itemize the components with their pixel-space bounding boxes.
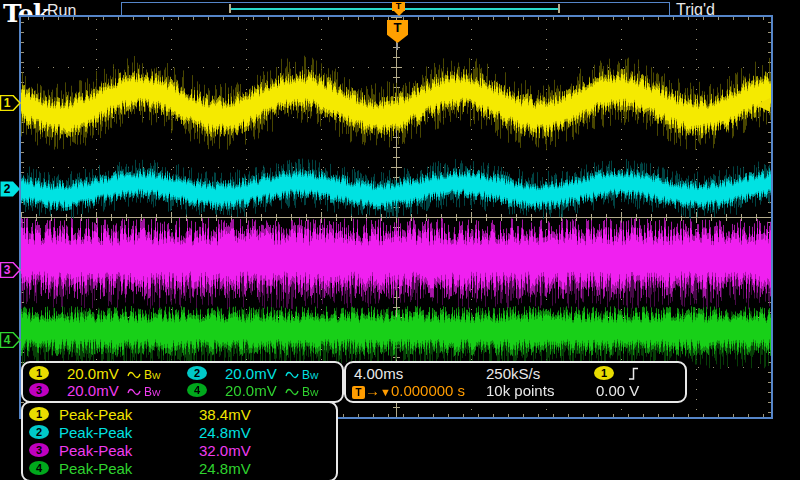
channel-3-marker-label: 3 [4,263,11,277]
trigger-arrow-icon: → [365,382,380,399]
trigger-source-badge: 1 [594,366,614,380]
channel-settings-panel: 1 20.0mV BW 2 20.0mV BW 3 20.0mV BW 4 20… [21,361,344,403]
channel-1-scale: 20.0mV [67,366,119,382]
oscilloscope-screen: { "header": { "logo": "Tek", "acq_status… [0,0,800,480]
channel-2-badge: 2 [187,366,207,380]
channel-3-badge: 3 [29,383,49,397]
channel-1-badge: 1 [29,366,49,380]
trigger-level-value: 0.00 V [596,383,639,399]
channel-4-position-marker: 4 [0,332,21,348]
channel-1-position-marker: 1 [0,95,21,111]
channel-1-bandwidth-limit-icon: BW [144,366,161,384]
measure-1-badge: 1 [29,407,49,421]
trigger-position-value: 0.000000 s [391,382,465,399]
record-trigger-arrow-icon [394,11,404,16]
trigger-position-stem [396,43,398,50]
timebase-scale: 4.00ms [354,366,403,382]
trigger-rising-edge-icon [627,366,640,381]
channel-2-position-marker: 2 [0,181,21,197]
sample-rate: 250kS/s [486,366,540,382]
measure-2-type: Peak-Peak [59,425,132,441]
channel-3-scale: 20.0mV [67,383,119,399]
channel-3-bandwidth-limit-icon: BW [144,383,161,401]
measure-2-badge: 2 [29,425,49,439]
channel-2-bandwidth-limit-icon: BW [302,366,319,384]
channel-3-position-marker: 3 [0,262,21,278]
channel-3-ac-coupling-icon [127,387,141,397]
measure-3-type: Peak-Peak [59,443,132,459]
channel-2-marker-label: 2 [4,182,11,196]
trigger-t-icon: T [352,386,365,399]
trigger-position-readout: T→▼0.000000 s [352,383,465,400]
measure-4-value: 24.8mV [199,461,251,477]
channel-4-bandwidth-limit-icon: BW [302,383,319,401]
record-window-right-bracket [558,4,560,13]
measure-4-type: Peak-Peak [59,461,132,477]
channel-4-marker-label: 4 [4,333,11,347]
waveform-display [19,15,773,419]
measure-1-type: Peak-Peak [59,407,132,423]
channel-2-scale: 20.0mV [225,366,277,382]
trigger-delay-icon: ▼ [380,386,391,398]
channel-2-ac-coupling-icon [285,370,299,380]
waveform-canvas [21,17,771,417]
measure-4-badge: 4 [29,461,49,475]
measure-3-badge: 3 [29,443,49,457]
channel-1-ac-coupling-icon [127,370,141,380]
channel-4-ac-coupling-icon [285,387,299,397]
channel-4-badge: 4 [187,383,207,397]
measure-2-value: 24.8mV [199,425,251,441]
channel-4-scale: 20.0mV [225,383,277,399]
horizontal-trigger-panel: 4.00ms 250kS/s 1 T→▼0.000000 s 10k point… [344,361,687,403]
measurements-panel: 1 Peak-Peak 38.4mV 2 Peak-Peak 24.8mV 3 … [21,401,338,480]
measure-1-value: 38.4mV [199,407,251,423]
channel-1-marker-label: 1 [4,96,11,110]
measure-3-value: 32.0mV [199,443,251,459]
record-length: 10k points [486,383,554,399]
record-trigger-position-icon: T [392,2,405,11]
